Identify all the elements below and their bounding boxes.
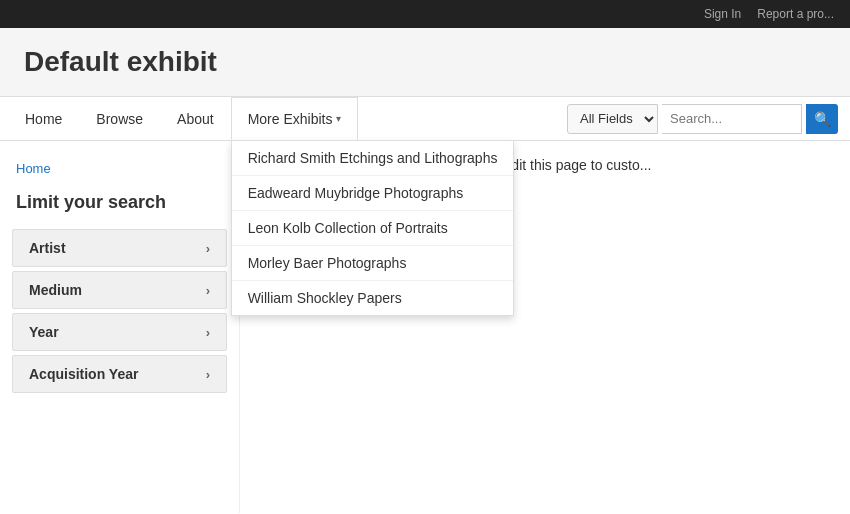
limit-search-title: Limit your search [0, 188, 239, 225]
dropdown-item-1[interactable]: Eadweard Muybridge Photographs [232, 176, 514, 211]
chevron-right-icon: › [206, 325, 210, 340]
nav-dropdown-more-exhibits: More Exhibits ▾ [248, 111, 342, 127]
facet-label-acquisition-year: Acquisition Year [29, 366, 138, 382]
nav-item-about[interactable]: About [160, 97, 231, 140]
dropdown-item-0[interactable]: Richard Smith Etchings and Lithographs [232, 141, 514, 176]
report-link[interactable]: Report a pro... [757, 7, 834, 21]
breadcrumb[interactable]: Home [0, 157, 239, 188]
chevron-down-icon: ▾ [336, 113, 341, 124]
nav-item-more-exhibits[interactable]: More Exhibits ▾ [231, 97, 359, 140]
header: Default exhibit [0, 28, 850, 97]
search-button[interactable]: 🔍 [806, 104, 838, 134]
sidebar: Home Limit your search Artist › Medium ›… [0, 141, 240, 513]
nav-item-home[interactable]: Home [8, 97, 79, 140]
top-bar: Sign In Report a pro... [0, 0, 850, 28]
chevron-right-icon: › [206, 283, 210, 298]
search-icon: 🔍 [814, 111, 831, 127]
nav-label-more-exhibits: More Exhibits [248, 111, 333, 127]
navbar-search: All Fields 🔍 [567, 97, 842, 140]
page-title: Default exhibit [24, 46, 826, 78]
facet-label-medium: Medium [29, 282, 82, 298]
nav-label-about: About [177, 111, 214, 127]
dropdown-item-3[interactable]: Morley Baer Photographs [232, 246, 514, 281]
dropdown-item-4[interactable]: William Shockley Papers [232, 281, 514, 315]
facet-label-artist: Artist [29, 240, 66, 256]
facet-acquisition-year[interactable]: Acquisition Year › [12, 355, 227, 393]
chevron-right-icon: › [206, 241, 210, 256]
dropdown-item-2[interactable]: Leon Kolb Collection of Portraits [232, 211, 514, 246]
nav-label-browse: Browse [96, 111, 143, 127]
facet-medium[interactable]: Medium › [12, 271, 227, 309]
chevron-right-icon: › [206, 367, 210, 382]
more-exhibits-wrapper: More Exhibits ▾ Richard Smith Etchings a… [231, 97, 359, 140]
facet-label-year: Year [29, 324, 59, 340]
more-exhibits-dropdown: Richard Smith Etchings and Lithographs E… [231, 140, 515, 316]
facet-artist[interactable]: Artist › [12, 229, 227, 267]
navbar: Home Browse About More Exhibits ▾ Richar… [0, 97, 850, 141]
nav-item-browse[interactable]: Browse [79, 97, 160, 140]
search-input[interactable] [662, 104, 802, 134]
facet-year[interactable]: Year › [12, 313, 227, 351]
signin-link[interactable]: Sign In [704, 7, 741, 21]
nav-label-home: Home [25, 111, 62, 127]
field-select[interactable]: All Fields [567, 104, 658, 134]
